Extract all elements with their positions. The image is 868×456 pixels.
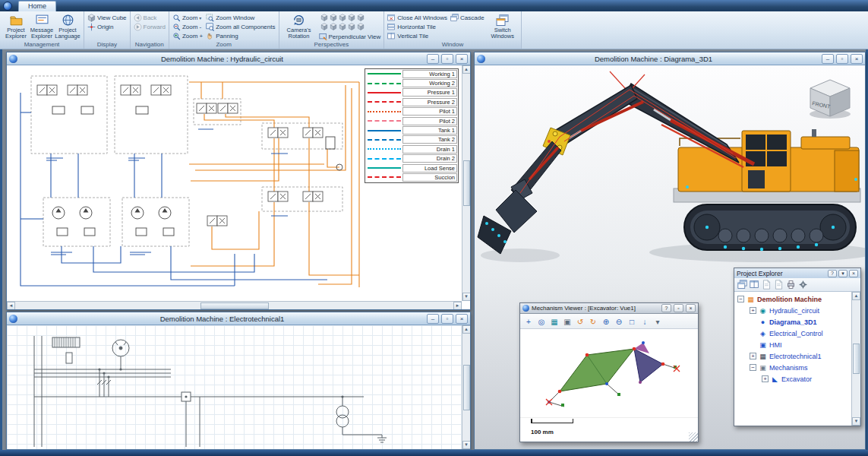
front-orientation-cube[interactable]: FRONT [810, 80, 851, 119]
collapse-icon[interactable]: − [750, 364, 756, 371]
horizontal-scrollbar[interactable]: ◄► [7, 301, 462, 309]
restore-button[interactable]: ▫ [674, 304, 683, 312]
minimize-button[interactable]: – [427, 54, 439, 64]
hydraulic-schematic[interactable] [8, 67, 371, 298]
vertical-scrollbar[interactable]: ▲▼ [462, 325, 470, 449]
project-language-button[interactable]: Project Language [55, 13, 80, 40]
view-preset-icon[interactable] [330, 23, 337, 30]
tab-home[interactable]: Home [18, 1, 56, 11]
restore-button[interactable]: ▫ [836, 54, 848, 64]
rotate-cw-icon[interactable]: ↻ [587, 315, 599, 328]
mechanism-canvas[interactable] [520, 329, 698, 417]
scroll-right-icon[interactable]: ► [453, 302, 462, 310]
expand-icon[interactable]: + [750, 353, 756, 359]
zoom-all-button[interactable]: Zoom all Components [206, 22, 275, 31]
vertical-scrollbar[interactable]: ▲▼ [462, 65, 470, 301]
electro-canvas[interactable]: ▲▼ [7, 325, 470, 449]
restore-button[interactable]: ▫ [441, 314, 453, 324]
camera-rotation-button[interactable]: Camera's Rotation [282, 13, 316, 41]
horizontal-tile-button[interactable]: Horizontal Tile [387, 22, 447, 31]
minimize-button[interactable]: – [822, 54, 834, 64]
zoom-out-icon[interactable]: ⊖ [613, 315, 625, 328]
cascade-button[interactable]: Cascade [450, 13, 485, 22]
scroll-down-icon[interactable]: ▼ [462, 441, 471, 449]
linkage-diagram[interactable] [520, 329, 693, 417]
zoom-in-icon[interactable]: ⊕ [600, 315, 612, 328]
scroll-up-icon[interactable]: ▲ [462, 325, 471, 334]
electro-window-titlebar[interactable]: Demolition Machine : Electrotechnical1 –… [7, 312, 470, 325]
tree-scrollbar[interactable]: ▲▼ [851, 292, 860, 426]
view-preset-icon[interactable] [339, 14, 346, 21]
minimize-button[interactable]: – [427, 314, 439, 324]
windows-icon[interactable] [737, 280, 747, 290]
zoom-out-button[interactable]: Zoom - [172, 22, 203, 31]
pan-tool-icon[interactable]: + [522, 315, 535, 328]
hydraulic-window-titlebar[interactable]: Demolition Machine : Hydraulic_circuit –… [7, 52, 470, 65]
close-button[interactable]: × [456, 54, 468, 64]
scroll-left-icon[interactable]: ◄ [7, 302, 15, 310]
message-explorer-button[interactable]: Message Explorer [29, 13, 55, 40]
expand-icon[interactable]: + [750, 307, 756, 314]
copy-icon[interactable] [774, 280, 784, 290]
scroll-thumb[interactable] [463, 160, 470, 206]
close-button[interactable]: × [686, 304, 696, 312]
electrical-schematic[interactable] [8, 327, 464, 448]
view-preset-icon[interactable] [320, 23, 328, 30]
mechanism-titlebar[interactable]: Mechanism Viewer : [Excavator: Vue1] ? ▫… [520, 303, 698, 314]
view-preset-icon[interactable] [339, 23, 346, 30]
close-button[interactable]: × [851, 54, 863, 64]
scroll-down-icon[interactable]: ▼ [462, 293, 471, 301]
origin-toggle[interactable]: Origin [87, 22, 127, 31]
tree-item-mechanisms[interactable]: −▣Mechanisms [734, 362, 860, 373]
help-button[interactable]: ? [661, 304, 671, 312]
zoom-window-button[interactable]: Zoom Window [206, 13, 275, 22]
vertical-tile-button[interactable]: Vertical Tile [387, 31, 447, 40]
close-all-windows-button[interactable]: Close All Windows [387, 13, 447, 22]
hydraulic-canvas[interactable]: Working 1 Working 2 Pressure 1 Pressure … [7, 65, 470, 309]
tree-item-excavator[interactable]: +◣Excavator [734, 373, 860, 385]
project-explorer-titlebar[interactable]: Project Explorer ? ▾ × [734, 268, 860, 278]
view-preset-icon[interactable] [330, 14, 337, 21]
tree-item-hydraulic-circuit[interactable]: +◉Hydraulic_circuit [734, 305, 860, 316]
view-cube-toggle[interactable]: View Cube [87, 13, 127, 22]
panning-button[interactable]: Panning [206, 31, 275, 40]
tree-item-electrical-control[interactable]: ◈Electrical_Control [734, 328, 860, 339]
view-preset-icon[interactable] [357, 14, 365, 21]
view-preset-icon[interactable] [348, 23, 355, 30]
zoom-extents-icon[interactable]: □ [626, 315, 638, 328]
scroll-up-icon[interactable]: ▲ [462, 65, 471, 74]
page-icon[interactable] [762, 280, 772, 290]
tree-item-electrotechnical1[interactable]: +▦Electrotechnical1 [734, 350, 860, 362]
scroll-thumb[interactable] [200, 302, 269, 309]
rotate-ccw-icon[interactable]: ↺ [574, 315, 586, 328]
help-button[interactable]: ? [828, 270, 837, 277]
restore-button[interactable]: ▫ [441, 54, 453, 64]
orbit-tool-icon[interactable]: ◎ [535, 315, 548, 328]
scroll-thumb[interactable] [463, 365, 470, 410]
grid-tool-icon[interactable]: ▦ [548, 315, 560, 328]
scroll-thumb[interactable] [853, 344, 860, 374]
tree-item-demolition-machine[interactable]: −▦Demolition Machine [734, 293, 860, 305]
resize-grip[interactable] [689, 432, 698, 442]
view-preset-icon[interactable] [320, 14, 328, 21]
tree-item-diagrama-3d1[interactable]: ●Diagrama_3D1 [734, 316, 860, 328]
select-tool-icon[interactable]: ▣ [561, 315, 573, 328]
forward-button[interactable]: Forward [134, 22, 166, 31]
tile-icon[interactable] [750, 280, 759, 290]
zoom-button[interactable]: Zoom▾ [172, 13, 203, 22]
close-button[interactable]: × [849, 270, 858, 277]
collapse-icon[interactable]: − [737, 296, 744, 302]
close-button[interactable]: × [456, 314, 468, 324]
zoom-in-button[interactable]: Zoom + [172, 31, 203, 40]
tree-item-hmi[interactable]: ▣HMI [734, 339, 860, 350]
diagram3d-window-titlebar[interactable]: Demolition Machine : Diagrama_3D1 – ▫ × [475, 52, 865, 65]
pin-icon[interactable]: ▾ [838, 270, 847, 277]
settings-icon[interactable] [798, 280, 808, 290]
app-logo-icon[interactable] [3, 2, 12, 11]
scroll-down-icon[interactable]: ▼ [852, 417, 860, 426]
expand-icon[interactable]: + [762, 375, 769, 382]
more-tools-icon[interactable]: ▾ [652, 315, 664, 328]
back-button[interactable]: Back [134, 13, 166, 22]
measure-icon[interactable]: ↓ [639, 315, 651, 328]
print-icon[interactable] [786, 280, 796, 290]
